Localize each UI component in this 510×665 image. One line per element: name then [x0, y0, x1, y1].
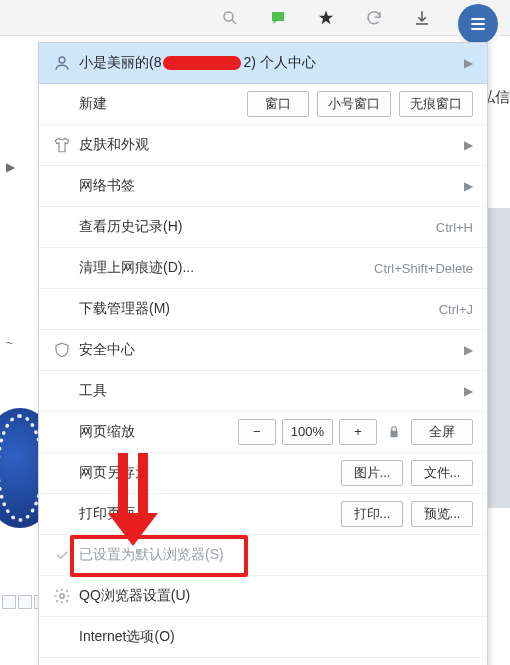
menu-user-label: 小是美丽的(82) 个人中心	[75, 54, 316, 72]
submenu-arrow-icon: ▶	[456, 56, 473, 70]
menu-downloads-label: 下载管理器(M)	[75, 300, 170, 318]
menu-skin[interactable]: 皮肤和外观 ▶	[39, 125, 487, 166]
svg-point-5	[59, 57, 65, 63]
shield-icon	[49, 341, 75, 359]
menu-internet-options[interactable]: Internet选项(O)	[39, 617, 487, 658]
zoom-minus-button[interactable]: −	[238, 419, 276, 445]
top-toolbar	[0, 0, 510, 36]
menu-clear-traces[interactable]: 清理上网痕迹(D)... Ctrl+Shift+Delete	[39, 248, 487, 289]
menu-print: 打印页面 打印... 预览...	[39, 494, 487, 535]
menu-skin-label: 皮肤和外观	[75, 136, 149, 154]
menu-clear-label: 清理上网痕迹(D)...	[75, 259, 194, 277]
menu-history-shortcut: Ctrl+H	[436, 220, 473, 235]
menu-security-label: 安全中心	[75, 341, 135, 359]
menu-new-label: 新建	[75, 95, 107, 113]
menu-user-center[interactable]: 小是美丽的(82) 个人中心 ▶	[39, 43, 487, 84]
new-small-window-button[interactable]: 小号窗口	[317, 91, 391, 117]
star-icon[interactable]	[316, 8, 336, 28]
submenu-arrow-icon: ▶	[456, 138, 473, 152]
main-menu-button[interactable]	[458, 4, 498, 44]
new-window-button[interactable]: 窗口	[247, 91, 309, 117]
lock-icon	[383, 425, 405, 439]
saveas-image-button[interactable]: 图片...	[341, 460, 403, 486]
user-icon	[49, 54, 75, 72]
menu-history[interactable]: 查看历史记录(H) Ctrl+H	[39, 207, 487, 248]
menu-print-label: 打印页面	[75, 505, 135, 523]
menu-inetopt-label: Internet选项(O)	[75, 628, 175, 646]
gear-icon	[49, 587, 75, 605]
menu-zoom: 网页缩放 − 100% + 全屏	[39, 412, 487, 453]
censored-mark	[163, 56, 241, 70]
menu-settings-label: QQ浏览器设置(U)	[75, 587, 190, 605]
submenu-arrow-icon: ▶	[456, 343, 473, 357]
shirt-icon	[49, 136, 75, 154]
check-icon	[49, 547, 75, 563]
menu-tools[interactable]: 工具 ▶	[39, 371, 487, 412]
search-icon[interactable]	[220, 8, 240, 28]
svg-line-1	[232, 20, 236, 24]
zoom-fullscreen-button[interactable]: 全屏	[411, 419, 473, 445]
chat-icon[interactable]	[268, 8, 288, 28]
submenu-arrow-icon: ▶	[456, 179, 473, 193]
menu-browser-settings[interactable]: QQ浏览器设置(U)	[39, 576, 487, 617]
background-left	[0, 36, 38, 665]
zoom-plus-button[interactable]: +	[339, 419, 377, 445]
menu-security[interactable]: 安全中心 ▶	[39, 330, 487, 371]
main-menu-panel: 小是美丽的(82) 个人中心 ▶ 新建 窗口 小号窗口 无痕窗口 皮肤和外观 ▶	[38, 42, 488, 665]
submenu-arrow-icon: ▶	[456, 384, 473, 398]
menu-default-browser: 已设置为默认浏览器(S)	[39, 535, 487, 576]
download-icon[interactable]	[412, 8, 432, 28]
zoom-value: 100%	[282, 419, 333, 445]
menu-history-label: 查看历史记录(H)	[75, 218, 182, 236]
new-incognito-window-button[interactable]: 无痕窗口	[399, 91, 473, 117]
print-preview-button[interactable]: 预览...	[411, 501, 473, 527]
menu-bookmarks-label: 网络书签	[75, 177, 135, 195]
svg-point-0	[224, 12, 233, 21]
menu-bookmarks[interactable]: 网络书签 ▶	[39, 166, 487, 207]
menu-clear-shortcut: Ctrl+Shift+Delete	[374, 261, 473, 276]
menu-save-as: 网页另存为 图片... 文件...	[39, 453, 487, 494]
menu-zoom-label: 网页缩放	[75, 423, 135, 441]
menu-tools-label: 工具	[75, 382, 107, 400]
menu-saveas-label: 网页另存为	[75, 464, 149, 482]
menu-new[interactable]: 新建 窗口 小号窗口 无痕窗口	[39, 84, 487, 125]
background-grey-block	[488, 208, 510, 508]
menu-default-label: 已设置为默认浏览器(S)	[75, 546, 224, 564]
svg-point-6	[60, 594, 65, 599]
menu-downloads-shortcut: Ctrl+J	[439, 302, 473, 317]
background-left-arrows: ▶~	[6, 160, 15, 350]
menu-downloads[interactable]: 下载管理器(M) Ctrl+J	[39, 289, 487, 330]
saveas-file-button[interactable]: 文件...	[411, 460, 473, 486]
print-button[interactable]: 打印...	[341, 501, 403, 527]
menu-network-repair[interactable]: 上网修复工具	[39, 658, 487, 665]
refresh-icon[interactable]	[364, 8, 384, 28]
